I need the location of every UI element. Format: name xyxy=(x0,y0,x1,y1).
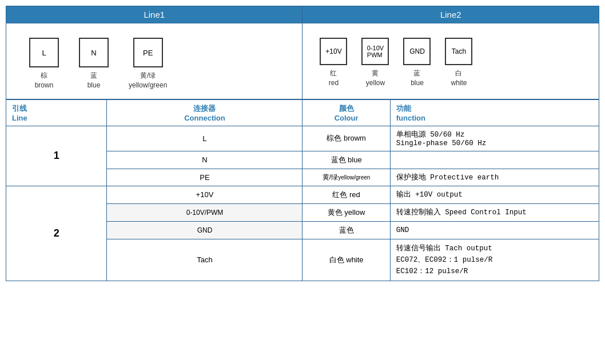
line1-header: Line1 xyxy=(6,6,302,23)
colour-blue: 蓝色 blue xyxy=(302,151,390,169)
function-pwm: 转速控制输入 Speed Control Input xyxy=(390,203,599,221)
connector-tach: Tach 白white xyxy=(445,38,472,88)
connector-N-label: 蓝blue xyxy=(87,71,101,90)
connector-tach-label: 白white xyxy=(451,69,467,88)
function-gnd: GND xyxy=(390,221,599,239)
connector-L-label: 棕brown xyxy=(35,71,54,90)
connector-L-box: L xyxy=(29,38,59,67)
connector-N: N 蓝blue xyxy=(79,38,109,90)
colour-brown: 棕色 browm xyxy=(302,126,390,151)
function-tach: 转速信号输出 Tach output EC072、EC092：1 pulse/R… xyxy=(390,239,599,281)
connector-gnd-label: 蓝blue xyxy=(411,69,424,88)
connector-pwm-label: 黄yellow xyxy=(366,69,385,88)
connector-PE: PE 黄/绿yellow/green xyxy=(129,38,167,90)
function-L: 单相电源 50/60 HzSingle-phase 50/60 Hz xyxy=(390,126,599,151)
colour-yellow: 黄色 yellow xyxy=(302,203,390,221)
connector-tach-box: Tach xyxy=(445,38,472,65)
connector-pwm-box: 0-10VPWM xyxy=(361,38,389,65)
line1-diagram-cell: L 棕brown N 蓝blue PE 黄/绿yellow/green xyxy=(6,23,302,99)
connector-10v: +10V 红red xyxy=(320,38,347,88)
connector-10v-label: 红red xyxy=(329,69,339,88)
colour-yellow-green: 黄/绿yellow/green xyxy=(302,169,390,186)
colour-red: 红色 red xyxy=(302,186,390,203)
connector-PE-box: PE xyxy=(133,38,163,67)
connector-L: L 棕brown xyxy=(29,38,59,90)
line2-connectors: +10V 红red 0-10VPWM 黄yellow GND 蓝blue Tac… xyxy=(308,29,593,91)
col-connection-header: 连接器 Connection xyxy=(107,99,302,126)
connection-PE: PE xyxy=(107,169,302,186)
colour-white: 白色 white xyxy=(302,239,390,281)
function-10v: 输出 +10V output xyxy=(390,186,599,203)
col-line-header: 引线 Line xyxy=(6,99,107,126)
connector-10v-box: +10V xyxy=(320,38,347,65)
function-PE: 保护接地 Protective earth xyxy=(390,169,599,186)
table-row: 1 L 棕色 browm 单相电源 50/60 HzSingle-phase 5… xyxy=(6,126,599,151)
connector-pwm: 0-10VPWM 黄yellow xyxy=(361,38,389,88)
table-row: 2 +10V 红色 red 输出 +10V output xyxy=(6,186,599,203)
line2-number: 2 xyxy=(6,186,107,281)
line1-number: 1 xyxy=(6,126,107,186)
col-colour-header: 颜色 Colour xyxy=(302,99,390,126)
connection-L: L xyxy=(107,126,302,151)
connection-10v: +10V xyxy=(107,186,302,203)
connector-gnd: GND 蓝blue xyxy=(403,38,431,88)
connector-PE-label: 黄/绿yellow/green xyxy=(129,71,167,90)
connector-N-box: N xyxy=(79,38,109,67)
connection-N: N xyxy=(107,151,302,169)
line2-header: Line2 xyxy=(302,6,599,23)
function-N xyxy=(390,151,599,169)
col-function-header: 功能 function xyxy=(390,99,599,126)
connection-gnd: GND xyxy=(107,221,302,239)
line2-diagram-cell: +10V 红red 0-10VPWM 黄yellow GND 蓝blue Tac… xyxy=(302,23,599,99)
colour-blue2: 蓝色 xyxy=(302,221,390,239)
connection-pwm: 0-10V/PWM xyxy=(107,203,302,221)
line1-connectors: L 棕brown N 蓝blue PE 黄/绿yellow/green xyxy=(12,29,296,93)
connector-gnd-box: GND xyxy=(403,38,431,65)
connection-tach: Tach xyxy=(107,239,302,281)
main-table: Line1 Line2 L 棕brown N 蓝blue PE 黄/绿yello… xyxy=(6,6,599,281)
